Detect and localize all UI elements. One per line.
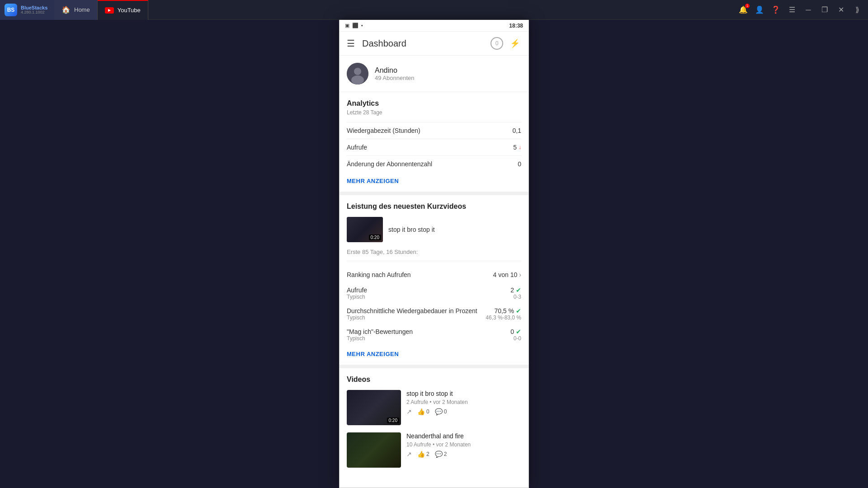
- video-action-share-1[interactable]: ↗: [406, 408, 412, 415]
- status-bar: ▣ ⬛ ▪ 18:38: [340, 20, 528, 32]
- bluestacks-logo: BS BlueStacks 4.280.1.1002: [0, 0, 54, 20]
- account-button[interactable]: 👤: [752, 3, 767, 17]
- kv-stat-value-1: 2 ✔ 0-3: [510, 286, 521, 300]
- analytics-mehr-button[interactable]: MEHR ANZEIGEN: [347, 178, 521, 184]
- analytics-label-2: Aufrufe: [347, 144, 367, 151]
- ranking-chevron-icon: ›: [519, 271, 521, 278]
- analytics-row-3: Änderung der Abonnentenzahl 0: [347, 155, 521, 172]
- video-action-like-2[interactable]: 👍 2: [417, 450, 429, 458]
- help-button[interactable]: ❓: [769, 3, 783, 17]
- share-icon-1: ↗: [406, 408, 412, 415]
- subscriber-count: 49 Abonnenten: [375, 75, 414, 81]
- videos-section: Videos 0:20 stop it bro stop it 2 Aufruf…: [340, 368, 528, 482]
- profile-section: Andino 49 Abonnenten: [340, 56, 528, 92]
- kv-stat-label-3: "Mag ich"-Bewertungen: [347, 328, 413, 335]
- green-check-icon-2: ✔: [516, 307, 521, 314]
- comment-count-2: 2: [444, 451, 447, 457]
- analytics-label-1: Wiedergabezeit (Stunden): [347, 127, 420, 134]
- kv-stat-label-2: Durchschnittliche Wiedergabedauer in Pro…: [347, 307, 477, 314]
- title-bar: BS BlueStacks 4.280.1.1002 🏠 Home ▶ YouT…: [0, 0, 868, 20]
- video-info-1: stop it bro stop it 2 Aufrufe • vor 2 Mo…: [406, 390, 521, 415]
- analytics-value-2: 5 ↓: [513, 144, 521, 151]
- video-duration-1: 0:20: [387, 418, 399, 423]
- green-check-icon-3: ✔: [516, 328, 521, 335]
- kurzvideos-divider: [347, 261, 521, 261]
- ranking-label: Ranking nach Aufrufen: [347, 271, 411, 278]
- minimize-button[interactable]: ─: [801, 3, 816, 17]
- video-thumb-2: [347, 432, 401, 468]
- analytics-title: Analytics: [347, 99, 521, 108]
- comment-icon-2: 💬: [435, 450, 443, 458]
- video-action-share-2[interactable]: ↗: [406, 450, 412, 458]
- analytics-value-3: 0: [518, 160, 521, 168]
- kurzvideos-mehr-button[interactable]: MEHR ANZEIGEN: [347, 351, 521, 357]
- status-icon-1: ▣: [345, 23, 349, 28]
- share-icon-2: ↗: [406, 450, 412, 458]
- analytics-row-2: Aufrufe 5 ↓: [347, 139, 521, 155]
- expand-button[interactable]: ⟫: [850, 3, 864, 17]
- down-arrow-icon: ↓: [519, 144, 521, 150]
- video-list-item-1[interactable]: 0:20 stop it bro stop it 2 Aufrufe • vor…: [347, 390, 521, 425]
- analytics-value-1: 0,1: [513, 127, 521, 134]
- video-actions-1: ↗ 👍 0 💬 0: [406, 408, 521, 415]
- video-action-like-1[interactable]: 👍 0: [417, 408, 429, 415]
- nav-lightning-icon[interactable]: ⚡: [509, 37, 521, 50]
- main-area: ▣ ⬛ ▪ 18:38 ☰ Dashboard 0 ⚡: [0, 20, 868, 488]
- kv-stat-range-2: 46,3 %-83,0 %: [486, 314, 521, 321]
- app-content: ☰ Dashboard 0 ⚡ Andino 4: [340, 32, 528, 488]
- kv-stat-range-3: 0-0: [510, 335, 521, 342]
- ranking-row[interactable]: Ranking nach Aufrufen 4 von 10 ›: [347, 267, 521, 283]
- close-button[interactable]: ✕: [834, 3, 848, 17]
- tab-home[interactable]: 🏠 Home: [54, 0, 98, 20]
- kurzvideos-thumb[interactable]: 0:20: [347, 217, 383, 242]
- kurzvideos-section: Leistung des neuesten Kurzvideos 0:20 st…: [340, 195, 528, 368]
- video-list-item-2[interactable]: Neanderthal and fire 10 Aufrufe • vor 2 …: [347, 432, 521, 468]
- kurzvideos-title: Leistung des neuesten Kurzvideos: [347, 202, 521, 211]
- nav-icons-right: 0 ⚡: [491, 37, 521, 50]
- analytics-section: Analytics Letzte 28 Tage Wiedergabezeit …: [340, 92, 528, 195]
- youtube-icon: ▶: [105, 7, 114, 14]
- analytics-subtitle: Letzte 28 Tage: [347, 109, 521, 116]
- video-title-1: stop it bro stop it: [406, 390, 521, 397]
- avatar: [347, 63, 368, 84]
- notification-badge: 1: [745, 4, 750, 8]
- video-action-comment-1[interactable]: 💬 0: [435, 408, 447, 415]
- kv-stat-sublabel-2: Typisch: [347, 314, 477, 321]
- hamburger-button[interactable]: ☰: [347, 38, 355, 49]
- video-title-2: Neanderthal and fire: [406, 432, 521, 440]
- menu-button[interactable]: ☰: [785, 3, 799, 17]
- svg-point-1: [354, 68, 361, 75]
- like-count-1: 0: [426, 408, 429, 415]
- green-check-icon-1: ✔: [516, 286, 521, 294]
- profile-info: Andino 49 Abonnenten: [375, 66, 414, 81]
- nav-circle-badge[interactable]: 0: [491, 37, 503, 50]
- resize-button[interactable]: ❐: [817, 3, 832, 17]
- phone-frame: ▣ ⬛ ▪ 18:38 ☰ Dashboard 0 ⚡: [339, 20, 529, 488]
- kv-stat-row-3: "Mag ich"-Bewertungen Typisch 0 ✔ 0-0: [347, 324, 521, 345]
- notification-button[interactable]: 🔔 1: [736, 3, 750, 17]
- like-count-2: 2: [426, 451, 429, 457]
- video-thumb-1: 0:20: [347, 390, 401, 425]
- brand-version: 4.280.1.1002: [21, 10, 47, 15]
- comment-count-1: 0: [444, 408, 447, 415]
- like-icon-1: 👍: [417, 408, 425, 415]
- top-nav: ☰ Dashboard 0 ⚡: [340, 32, 528, 56]
- svg-point-2: [351, 75, 364, 84]
- videos-section-title: Videos: [347, 375, 521, 384]
- ranking-value: 4 von 10 ›: [493, 271, 521, 278]
- tab-home-label: Home: [74, 6, 90, 13]
- kv-stat-sublabel-3: Typisch: [347, 335, 413, 342]
- kv-stat-row-1: Aufrufe Typisch 2 ✔ 0-3: [347, 283, 521, 304]
- channel-name: Andino: [375, 66, 414, 75]
- bluestacks-icon: BS: [5, 4, 17, 16]
- kv-stat-value-2: 70,5 % ✔ 46,3 %-83,0 %: [486, 307, 521, 321]
- video-actions-2: ↗ 👍 2 💬 2: [406, 450, 521, 458]
- status-icon-2: ⬛: [352, 23, 359, 28]
- video-info-2: Neanderthal and fire 10 Aufrufe • vor 2 …: [406, 432, 521, 458]
- home-icon: 🏠: [61, 5, 71, 14]
- titlebar-controls: 🔔 1 👤 ❓ ☰ ─ ❐ ✕ ⟫: [736, 3, 868, 17]
- tab-youtube[interactable]: ▶ YouTube: [98, 0, 148, 20]
- video-meta-2: 10 Aufrufe • vor 2 Monaten: [406, 441, 521, 448]
- video-action-comment-2[interactable]: 💬 2: [435, 450, 447, 458]
- comment-icon-1: 💬: [435, 408, 443, 415]
